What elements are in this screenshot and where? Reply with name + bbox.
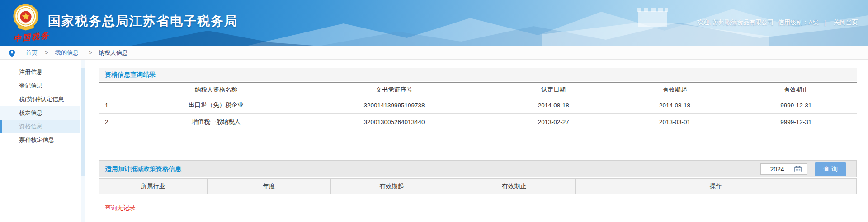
header-user-bar: 欢迎, 苏州歌德食品有限公司 信用级别：A级 | 关闭当页 bbox=[694, 18, 858, 27]
section-bar-deduction-policy: 适用加计抵减政策资格信息 bbox=[99, 160, 857, 177]
col-header-index bbox=[99, 83, 137, 97]
breadcrumb: 首页 > 我的信息 > 纳税人信息 bbox=[0, 46, 868, 60]
col-header-operation: 操作 bbox=[576, 179, 857, 194]
valid-from: 2014-08-18 bbox=[614, 97, 735, 114]
tax-bureau-emblem-icon bbox=[12, 3, 40, 31]
section-title-qualification-results: 资格信息查询结果 bbox=[99, 68, 857, 81]
col-header-valid-from: 有效期起 bbox=[614, 83, 735, 97]
table-row: 1 出口退（免）税企业 320014139995109738 2014-08-1… bbox=[99, 97, 857, 114]
sidebar-item-tax-type-info[interactable]: 税(费)种认定信息 bbox=[0, 92, 80, 106]
sidebar-menu: 注册信息 登记信息 税(费)种认定信息 核定信息 资格信息 票种核定信息 bbox=[0, 60, 80, 222]
col-header-year: 年度 bbox=[207, 179, 330, 194]
header-banner: 中国税务 国家税务总局江苏省电子税务局 欢迎, 苏州歌德食品有限公司 信用级别：… bbox=[0, 0, 868, 46]
sidebar-item-registration-info[interactable]: 登记信息 bbox=[0, 79, 80, 92]
col-header-valid-to: 有效期止 bbox=[453, 179, 576, 194]
row-index: 2 bbox=[99, 114, 137, 130]
sidebar-item-assessment-info[interactable]: 核定信息 bbox=[0, 106, 80, 120]
col-header-qualification-name: 纳税人资格名称 bbox=[137, 83, 296, 97]
confirm-date: 2014-08-18 bbox=[493, 97, 614, 114]
year-field-wrap bbox=[760, 163, 807, 175]
qualification-results-table: 纳税人资格名称 文书凭证序号 认定日期 有效期起 有效期止 1 出口退（免）税企… bbox=[99, 82, 857, 130]
sidebar-item-qualification-info[interactable]: 资格信息 bbox=[0, 120, 80, 133]
main-content: 资格信息查询结果 纳税人资格名称 文书凭证序号 认定日期 有效期起 有效期止 1 bbox=[99, 60, 857, 212]
location-pin-icon bbox=[9, 50, 15, 57]
col-header-industry: 所属行业 bbox=[99, 179, 208, 194]
section-title-deduction-policy: 适用加计抵减政策资格信息 bbox=[99, 161, 856, 177]
document-serial: 320013005264013440 bbox=[296, 114, 493, 130]
calendar-icon[interactable] bbox=[794, 166, 802, 172]
site-title: 国家税务总局江苏省电子税务局 bbox=[48, 13, 238, 30]
sidebar-scrollbar[interactable] bbox=[81, 60, 85, 222]
qualification-name: 出口退（免）税企业 bbox=[137, 97, 296, 114]
table-header-row: 所属行业 年度 有效期起 有效期止 操作 bbox=[99, 179, 857, 194]
no-records-message: 查询无记录 bbox=[105, 204, 857, 212]
breadcrumb-taxpayer-info: 纳税人信息 bbox=[99, 46, 128, 59]
close-page-link[interactable]: 关闭当页 bbox=[834, 19, 858, 26]
sidebar-item-register-info[interactable]: 注册信息 bbox=[0, 65, 80, 79]
breadcrumb-home[interactable]: 首页 bbox=[26, 46, 38, 59]
welcome-text: 欢迎, 苏州歌德食品有限公司 bbox=[697, 19, 774, 26]
page: 中国税务 国家税务总局江苏省电子税务局 欢迎, 苏州歌德食品有限公司 信用级别：… bbox=[0, 0, 868, 222]
col-header-valid-from: 有效期起 bbox=[330, 179, 453, 194]
valid-to: 9999-12-31 bbox=[736, 97, 857, 114]
col-header-confirm-date: 认定日期 bbox=[493, 83, 614, 97]
deduction-policy-table: 所属行业 年度 有效期起 有效期止 操作 bbox=[99, 178, 857, 194]
breadcrumb-my-info[interactable]: 我的信息 bbox=[55, 46, 79, 59]
table-header-row: 纳税人资格名称 文书凭证序号 认定日期 有效期起 有效期止 bbox=[99, 83, 857, 97]
table-row: 2 增值税一般纳税人 320013005264013440 2013-02-27… bbox=[99, 114, 857, 130]
year-input[interactable] bbox=[761, 164, 793, 174]
confirm-date: 2013-02-27 bbox=[493, 114, 614, 130]
valid-to: 9999-12-31 bbox=[736, 114, 857, 130]
credit-level-badge: 信用级别：A级 bbox=[778, 19, 819, 26]
qualification-name: 增值税一般纳税人 bbox=[137, 114, 296, 130]
document-serial: 320014139995109738 bbox=[296, 97, 493, 114]
breadcrumb-separator: > bbox=[45, 46, 48, 59]
query-button[interactable]: 查 询 bbox=[815, 162, 846, 176]
sidebar-scrollbar-thumb[interactable] bbox=[81, 68, 85, 176]
col-header-document-serial: 文书凭证序号 bbox=[296, 83, 493, 97]
row-index: 1 bbox=[99, 97, 137, 114]
valid-from: 2013-03-01 bbox=[614, 114, 735, 130]
sidebar-item-invoice-type-info[interactable]: 票种核定信息 bbox=[0, 133, 80, 147]
col-header-valid-to: 有效期止 bbox=[736, 83, 857, 97]
header-divider: | bbox=[824, 19, 826, 26]
breadcrumb-separator: > bbox=[89, 46, 92, 59]
